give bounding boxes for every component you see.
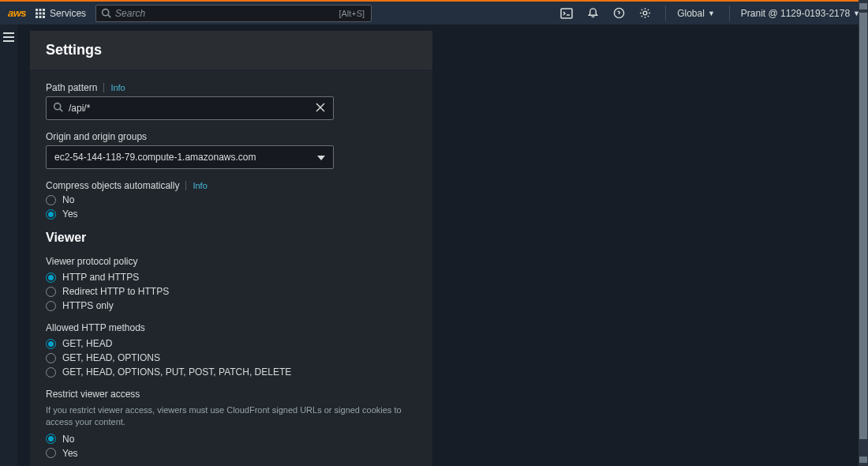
- svg-point-9: [103, 9, 109, 15]
- svg-rect-11: [561, 9, 572, 18]
- account-selector[interactable]: Pranit @ 1129-0193-2178 ▼: [729, 6, 860, 21]
- restrict-yes[interactable]: Yes: [46, 448, 417, 459]
- radio-label: GET, HEAD: [62, 338, 112, 349]
- hamburger-icon: [3, 31, 14, 466]
- services-menu-button[interactable]: Services: [36, 8, 86, 19]
- search-icon: [53, 101, 63, 115]
- radio-icon: [46, 301, 56, 311]
- radio-label: HTTP and HTTPS: [62, 272, 139, 283]
- search-icon: [101, 8, 111, 21]
- compress-yes[interactable]: Yes: [46, 209, 417, 220]
- panel-header: Settings: [30, 31, 432, 70]
- svg-point-17: [54, 103, 61, 110]
- allowed-methods-label: Allowed HTTP methods: [46, 322, 417, 333]
- search-shortcut-hint: [Alt+S]: [339, 9, 371, 18]
- restrict-access-label: Restrict viewer access: [46, 389, 417, 400]
- methods-gho[interactable]: GET, HEAD, OPTIONS: [46, 352, 417, 363]
- svg-rect-7: [39, 16, 42, 18]
- settings-panel: Settings Path pattern Info Origin and or…: [30, 31, 432, 466]
- svg-point-13: [643, 11, 647, 15]
- protocol-https-only[interactable]: HTTPS only: [46, 300, 417, 311]
- scrollbar-thumb[interactable]: [859, 13, 867, 439]
- radio-label: Yes: [62, 448, 78, 459]
- viewer-protocol-radio-group: HTTP and HTTPS Redirect HTTP to HTTPS HT…: [46, 272, 417, 311]
- svg-rect-8: [43, 16, 45, 18]
- radio-label: GET, HEAD, OPTIONS, PUT, POST, PATCH, DE…: [62, 366, 291, 378]
- radio-icon: [46, 209, 56, 220]
- radio-label: No: [62, 434, 74, 445]
- svg-rect-15: [3, 36, 14, 38]
- radio-icon: [46, 339, 56, 349]
- origin-selected-value: ec2-54-144-118-79.compute-1.amazonaws.co…: [54, 152, 256, 163]
- services-label: Services: [50, 8, 86, 19]
- main-content: Settings Path pattern Info Origin and or…: [24, 24, 860, 466]
- clear-input-button[interactable]: [308, 102, 333, 115]
- origin-select[interactable]: ec2-54-144-118-79.compute-1.amazonaws.co…: [46, 145, 334, 169]
- path-pattern-input[interactable]: [47, 97, 308, 119]
- restrict-access-help: If you restrict viewer access, viewers m…: [46, 404, 417, 429]
- global-search[interactable]: [Alt+S]: [95, 5, 372, 22]
- region-label: Global: [677, 8, 705, 19]
- radio-label: HTTPS only: [62, 300, 114, 311]
- radio-icon: [46, 272, 56, 283]
- grid-icon: [36, 9, 45, 18]
- path-pattern-info-link[interactable]: Info: [103, 83, 125, 92]
- radio-icon: [46, 367, 56, 378]
- panel-title: Settings: [46, 42, 417, 58]
- svg-line-10: [108, 14, 110, 17]
- protocol-both[interactable]: HTTP and HTTPS: [46, 272, 417, 283]
- origin-label: Origin and origin groups: [46, 131, 147, 142]
- viewer-heading: Viewer: [46, 231, 417, 245]
- svg-rect-4: [39, 12, 42, 14]
- path-pattern-label: Path pattern: [46, 82, 97, 93]
- radio-icon: [46, 287, 56, 297]
- viewer-protocol-label: Viewer protocol policy: [46, 256, 417, 267]
- aws-logo[interactable]: aws: [8, 7, 26, 19]
- radio-label: GET, HEAD, OPTIONS: [62, 352, 160, 363]
- radio-label: Yes: [62, 209, 78, 220]
- caret-down-icon: ▼: [708, 9, 715, 17]
- compress-radio-group: No Yes: [46, 194, 417, 220]
- browser-scrollbar[interactable]: [859, 0, 868, 466]
- settings-icon[interactable]: [639, 7, 651, 19]
- svg-rect-0: [36, 9, 38, 11]
- allowed-methods-radio-group: GET, HEAD GET, HEAD, OPTIONS GET, HEAD, …: [46, 338, 417, 378]
- caret-down-icon: [317, 152, 325, 163]
- protocol-redirect[interactable]: Redirect HTTP to HTTPS: [46, 286, 417, 297]
- cloudshell-icon[interactable]: [560, 7, 573, 20]
- radio-icon: [46, 448, 56, 458]
- radio-icon: [46, 353, 56, 363]
- svg-rect-3: [36, 12, 38, 14]
- svg-rect-1: [39, 9, 42, 11]
- svg-rect-5: [43, 12, 45, 14]
- account-label: Pranit @ 1129-0193-2178: [741, 8, 850, 19]
- search-input[interactable]: [96, 6, 339, 21]
- top-nav-bar: aws Services [Alt+S] Global ▼ Pran: [0, 0, 868, 24]
- svg-rect-16: [3, 40, 14, 42]
- restrict-access-radio-group: No Yes: [46, 434, 417, 459]
- region-selector[interactable]: Global ▼: [665, 6, 715, 21]
- scrollbar-arrow-down[interactable]: [859, 457, 867, 463]
- radio-label: Redirect HTTP to HTTPS: [62, 286, 169, 297]
- radio-icon: [46, 195, 56, 205]
- svg-rect-14: [3, 32, 14, 34]
- svg-rect-6: [36, 16, 38, 18]
- help-icon[interactable]: [613, 7, 625, 19]
- notifications-icon[interactable]: [587, 7, 599, 19]
- sidebar-toggle[interactable]: [0, 24, 17, 466]
- radio-icon: [46, 434, 56, 444]
- methods-all[interactable]: GET, HEAD, OPTIONS, PUT, POST, PATCH, DE…: [46, 366, 417, 378]
- methods-gh[interactable]: GET, HEAD: [46, 338, 417, 349]
- restrict-no[interactable]: No: [46, 434, 417, 445]
- compress-info-link[interactable]: Info: [185, 181, 207, 190]
- scrollbar-arrow-up[interactable]: [859, 3, 867, 9]
- svg-rect-2: [43, 9, 45, 11]
- path-pattern-input-wrap[interactable]: [46, 96, 334, 120]
- compress-label: Compress objects automatically: [46, 180, 179, 191]
- radio-label: No: [62, 194, 74, 205]
- compress-no[interactable]: No: [46, 194, 417, 205]
- svg-line-18: [60, 109, 62, 111]
